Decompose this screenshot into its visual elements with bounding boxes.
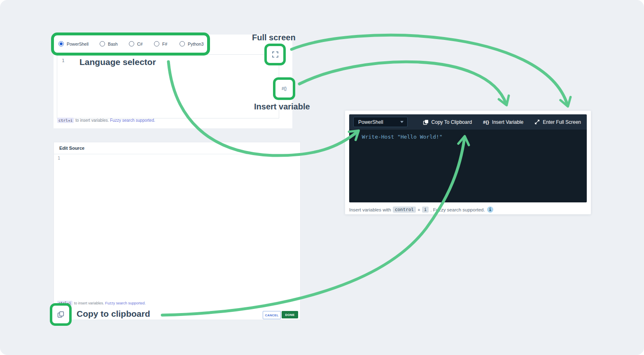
hint-prefix: Insert variables with — [349, 207, 391, 212]
control-kbd-badge: control — [393, 207, 416, 213]
new-code-editor-area[interactable]: 1Write-Host "Hello World!" — [349, 130, 587, 202]
new-editor-toolbar: PowerShell Copy To Clipboard #{} Insert … — [349, 114, 587, 130]
copy-icon — [423, 119, 429, 125]
insert-variable-button[interactable]: #{} Insert Variable — [483, 119, 523, 125]
ctrl-i-kbd-badge: ctrl+i — [57, 118, 74, 123]
info-icon[interactable]: i — [487, 207, 493, 213]
insert-variable-icon: #{} — [483, 120, 489, 125]
line-number: 1 — [58, 156, 60, 160]
chevron-down-icon — [400, 121, 404, 123]
new-editor-hint: Insert variables with control + i . Fuzz… — [349, 207, 493, 213]
enter-full-screen-button[interactable]: Enter Full Screen — [534, 119, 581, 125]
copy-to-clipboard-annotation: Copy to clipboard — [77, 309, 150, 319]
language-selector-highlight-box — [51, 32, 210, 56]
fullscreen-highlight-box — [264, 44, 286, 65]
code-line: Write-Host "Hello World!" — [362, 134, 443, 140]
insert-variable-icon[interactable]: #{} — [282, 86, 287, 91]
edit-source-header: Edit Source — [54, 142, 300, 154]
insert-variable-highlight-box: #{} — [273, 77, 295, 100]
hint-plus: + — [418, 207, 420, 212]
edit-source-panel: Edit Source 1 — [54, 142, 301, 320]
language-selector-annotation: Language selector — [79, 57, 156, 67]
new-editor-card: PowerShell Copy To Clipboard #{} Insert … — [345, 111, 591, 214]
insert-variable-annotation: Insert variable — [254, 102, 310, 111]
fullscreen-button-label: Enter Full Screen — [543, 119, 581, 125]
copy-to-clipboard-button[interactable]: Copy To Clipboard — [423, 119, 472, 125]
hint-suffix: . Fuzzy search supported. — [430, 207, 485, 212]
i-kbd-badge: i — [422, 207, 429, 213]
copy-button-label: Copy To Clipboard — [432, 119, 472, 125]
line-number: 1 — [354, 134, 357, 140]
old-editor-hint: ctrl+ito insert variables. Fuzzy search … — [57, 118, 155, 123]
expand-icon — [534, 119, 540, 125]
hint-text: to insert variables. — [74, 301, 104, 305]
language-dropdown[interactable]: PowerShell — [353, 117, 408, 127]
hint-text: to insert variables. — [75, 118, 109, 123]
annotated-screenshot-canvas: PowerShell Bash C# F# Python3 1 ct — [0, 0, 644, 355]
edit-source-title: Edit Source — [59, 146, 84, 151]
fuzzy-search-link[interactable]: Fuzzy search supported. — [105, 301, 146, 305]
copy-to-clipboard-highlight-box — [50, 303, 72, 326]
fullscreen-icon[interactable] — [272, 51, 278, 58]
new-dark-editor: PowerShell Copy To Clipboard #{} Insert … — [349, 114, 587, 202]
full-screen-annotation: Full screen — [252, 33, 296, 42]
fuzzy-search-link[interactable]: Fuzzy search supported. — [110, 118, 155, 123]
line-number: 1 — [62, 58, 65, 63]
cancel-button[interactable]: CANCEL — [263, 311, 281, 319]
edit-source-hint: ctrl+ito insert variables. Fuzzy search … — [57, 301, 146, 305]
done-button[interactable]: DONE — [282, 311, 298, 318]
arrow-insertvariable-to-new — [299, 62, 506, 104]
language-dropdown-value: PowerShell — [358, 119, 383, 125]
insert-variable-button-label: Insert Variable — [492, 119, 523, 125]
copy-icon[interactable] — [57, 311, 65, 318]
arrow-fullscreen-to-new — [292, 35, 567, 105]
